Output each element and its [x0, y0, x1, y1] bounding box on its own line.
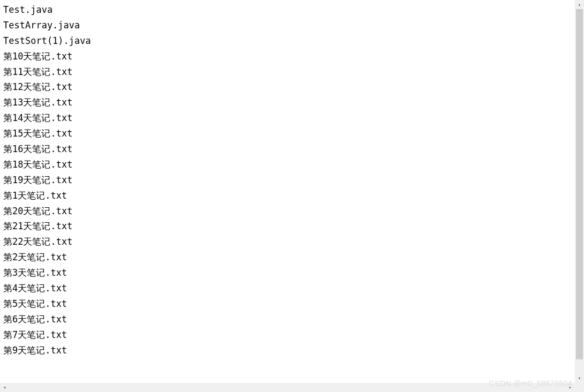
- file-line: 第12天笔记.txt: [3, 79, 572, 95]
- file-line: 第20天笔记.txt: [3, 203, 572, 219]
- scroll-up-button[interactable]: ▴: [575, 0, 584, 9]
- file-line: 第15天笔记.txt: [3, 126, 572, 141]
- scroll-down-button[interactable]: ▾: [575, 374, 584, 383]
- file-line: 第14天笔记.txt: [3, 110, 572, 126]
- file-line: 第16天笔记.txt: [3, 141, 572, 157]
- file-line: Test.java: [3, 2, 572, 18]
- vertical-scroll-track[interactable]: [575, 9, 584, 374]
- file-line: 第11天笔记.txt: [3, 64, 572, 80]
- horizontal-scroll-track[interactable]: [9, 383, 566, 392]
- vertical-scroll-thumb[interactable]: [576, 9, 583, 359]
- horizontal-scrollbar[interactable]: ◂ ▸: [0, 383, 575, 392]
- file-line: 第22天笔记.txt: [3, 234, 572, 250]
- file-line: 第5天笔记.txt: [3, 296, 572, 312]
- file-line: 第6天笔记.txt: [3, 312, 572, 327]
- file-line: 第2天笔记.txt: [3, 250, 572, 265]
- file-list-output: Test.javaTestArray.javaTestSort(1).java第…: [0, 0, 575, 383]
- file-line: 第1天笔记.txt: [3, 188, 572, 203]
- file-line: 第9天笔记.txt: [3, 343, 572, 358]
- file-line: 第21天笔记.txt: [3, 218, 572, 234]
- file-line: 第13天笔记.txt: [3, 95, 572, 110]
- file-line: TestArray.java: [3, 18, 572, 33]
- scroll-left-button[interactable]: ◂: [0, 383, 9, 392]
- scroll-corner: [575, 383, 584, 392]
- file-line: 第19天笔记.txt: [3, 172, 572, 188]
- file-line: 第4天笔记.txt: [3, 281, 572, 296]
- file-line: TestSort(1).java: [3, 33, 572, 49]
- vertical-scrollbar[interactable]: ▴ ▾: [575, 0, 584, 383]
- file-line: 第3天笔记.txt: [3, 265, 572, 281]
- file-line: 第10天笔记.txt: [3, 49, 572, 64]
- file-line: 第7天笔记.txt: [3, 327, 572, 343]
- scroll-right-button[interactable]: ▸: [566, 383, 575, 392]
- file-line: 第18天笔记.txt: [3, 157, 572, 172]
